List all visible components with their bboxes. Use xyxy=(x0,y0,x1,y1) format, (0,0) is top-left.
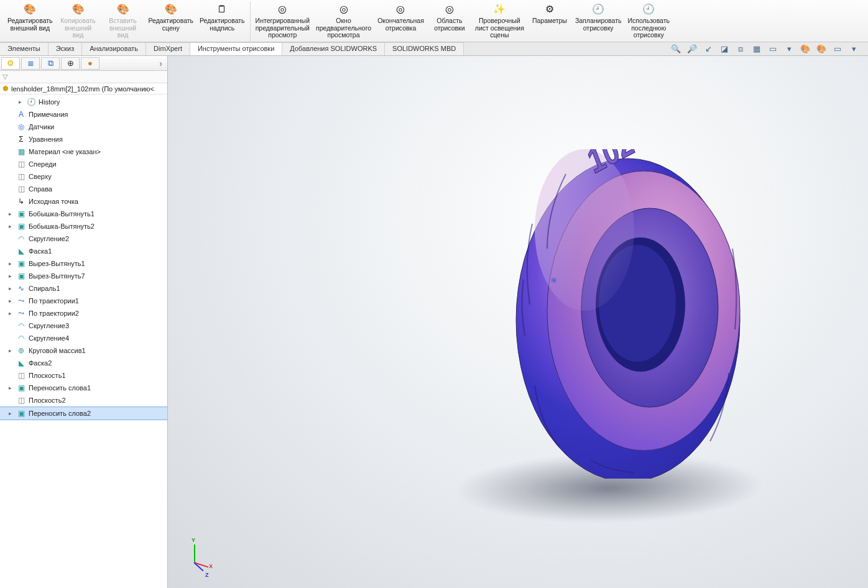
edit-scene-button[interactable]: 🎨Редактироватьсцену xyxy=(146,1,196,42)
tree-item[interactable]: ▸▣Переносить слова2 xyxy=(0,407,167,420)
preview-window-button[interactable]: ◎Окнопредварительногопросмотра xyxy=(313,1,374,42)
feature-icon: ◫ xyxy=(16,184,26,194)
edit-appearance-button[interactable]: 🎨Редактироватьвнешний вид xyxy=(5,1,55,42)
tab-render-tools[interactable]: Инструменты отрисовки xyxy=(190,42,282,55)
tree-item[interactable]: ▸▣Вырез-Вытянуть7 xyxy=(0,270,167,282)
manager-tab-config-manager[interactable]: ⧉ xyxy=(41,57,60,70)
tab-sketch[interactable]: Эскиз xyxy=(48,42,82,55)
integrated-preview-button[interactable]: ◎Интегрированныйпредварительныйпросмотр xyxy=(253,1,312,42)
tree-item[interactable]: ▸∿Спираль1 xyxy=(0,282,167,295)
tree-item[interactable]: ◠Скругление2 xyxy=(0,232,167,245)
tree-item[interactable]: ◠Скругление4 xyxy=(0,332,167,344)
axis-z-label: Z xyxy=(205,572,209,578)
feature-icon: ◠ xyxy=(16,321,26,331)
expand-arrow-icon[interactable]: ▸ xyxy=(19,99,24,105)
tree-item[interactable]: ◫Плоскость2 xyxy=(0,394,167,407)
feature-label: Круговой массив1 xyxy=(29,347,86,354)
feature-label: Справа xyxy=(29,185,52,193)
feature-label: Спереди xyxy=(29,160,57,168)
feature-icon: ◣ xyxy=(16,246,26,256)
feature-label: По траектории1 xyxy=(29,297,79,305)
main-content: ⚙≣⧉⊕●› ▽ ⬢ lensholder_18mm[2]_102mm (По … xyxy=(0,56,868,588)
feature-icon: 🕘 xyxy=(26,97,36,107)
zoom-fit-icon[interactable]: 🔍 xyxy=(670,44,681,55)
view-orient-icon[interactable]: ⧈ xyxy=(735,44,746,55)
paste-appearance-button: 🎨Вставитьвнешнийвид xyxy=(101,1,145,42)
tree-item[interactable]: ▸⤳По траектории1 xyxy=(0,295,167,307)
tab-evaluate[interactable]: Анализировать xyxy=(82,42,146,55)
sep1-icon[interactable]: ▾ xyxy=(783,44,795,55)
tree-item[interactable]: ▦Материал <не указан> xyxy=(0,145,167,158)
expand-arrow-icon[interactable]: ▸ xyxy=(9,285,14,292)
tree-item[interactable]: ◫Плоскость1 xyxy=(0,369,167,382)
feature-icon: ◫ xyxy=(16,172,26,181)
tree-item[interactable]: ◫Справа xyxy=(0,183,167,195)
tree-item[interactable]: ▸⊛Круговой массив1 xyxy=(0,344,167,357)
tree-item[interactable]: ▸▣Бобышка-Вытянуть2 xyxy=(0,220,167,232)
panel-expand-arrow[interactable]: › xyxy=(155,58,166,68)
expand-arrow-icon[interactable]: ▸ xyxy=(9,273,14,279)
options-button[interactable]: ⚙Параметры xyxy=(528,1,571,42)
expand-arrow-icon[interactable]: ▸ xyxy=(9,410,14,416)
feature-label: Скругление3 xyxy=(29,322,69,329)
expand-arrow-icon[interactable]: ▸ xyxy=(9,347,14,354)
tab-addins[interactable]: Добавления SOLIDWORKS xyxy=(282,42,385,55)
feature-tree-root[interactable]: ⬢ lensholder_18mm[2]_102mm (По умолчанию… xyxy=(0,83,167,94)
tree-item[interactable]: ↳Исходная точка xyxy=(0,195,167,208)
expand-arrow-icon[interactable]: ▸ xyxy=(9,385,14,391)
tree-item[interactable]: ◫Спереди xyxy=(0,158,167,170)
feature-label: Фаска2 xyxy=(29,359,52,367)
expand-arrow-icon[interactable]: ▸ xyxy=(9,260,14,267)
view-triad[interactable]: Y X Z xyxy=(180,538,211,576)
feature-label: Сверху xyxy=(29,173,52,180)
expand-arrow-icon[interactable]: ▸ xyxy=(9,310,14,316)
section-icon[interactable]: ◪ xyxy=(719,44,730,55)
apply-scene-icon[interactable]: 🎨 xyxy=(816,44,827,55)
tree-item[interactable]: ▸▣Переносить слова1 xyxy=(0,382,167,394)
expand-arrow-icon[interactable]: ▸ xyxy=(9,211,14,217)
display-style-icon[interactable]: ▦ xyxy=(751,44,762,55)
hide-show-icon[interactable]: ▭ xyxy=(767,44,778,55)
tree-item[interactable]: ◠Скругление3 xyxy=(0,319,167,332)
edit-appearance-icon: 🎨 xyxy=(23,2,37,16)
tab-features[interactable]: Элементы xyxy=(0,42,48,55)
edit-appearance-icon[interactable]: 🎨 xyxy=(800,44,811,55)
tree-item[interactable]: ◫Сверху xyxy=(0,170,167,183)
final-render-button[interactable]: ◎Окончательнаяотрисовка xyxy=(375,1,427,42)
prev-view-icon[interactable]: ↙ xyxy=(703,44,714,55)
tree-item[interactable]: ◣Фаска1 xyxy=(0,245,167,257)
tree-item[interactable]: ◎Датчики xyxy=(0,121,167,133)
render-region-button[interactable]: ◎Областьотрисовки xyxy=(428,1,471,42)
model-3d: 102 xyxy=(510,149,746,479)
manager-tab-property-manager[interactable]: ≣ xyxy=(21,57,40,70)
view-settings-icon[interactable]: ▭ xyxy=(832,44,843,55)
schedule-render-button[interactable]: 🕘Запланироватьотрисовку xyxy=(573,1,624,42)
tab-mbd[interactable]: SOLIDWORKS MBD xyxy=(385,42,464,55)
use-last-render-button[interactable]: 🕘Использоватьпоследнююотрисовку xyxy=(625,1,672,42)
ribbon-group: 🎨Редактироватьвнешний вид🎨Копироватьвнеш… xyxy=(2,1,251,42)
light-check-button[interactable]: ✨Проверочныйлист освещениясцены xyxy=(473,1,527,42)
manager-tab-feature-manager[interactable]: ⚙ xyxy=(1,57,20,70)
zoom-area-icon[interactable]: 🔎 xyxy=(686,44,698,55)
svg-point-5 xyxy=(535,149,634,311)
tree-item[interactable]: ▸🕘History xyxy=(0,96,167,108)
expand-arrow-icon[interactable]: ▸ xyxy=(9,223,14,229)
tree-item[interactable]: ▸▣Вырез-Вытянуть1 xyxy=(0,257,167,270)
feature-manager-panel: ⚙≣⧉⊕●› ▽ ⬢ lensholder_18mm[2]_102mm (По … xyxy=(0,56,168,588)
tree-item[interactable]: ▸▣Бобышка-Вытянуть1 xyxy=(0,208,167,220)
feature-label: Переносить слова2 xyxy=(29,410,91,417)
expand-arrow-icon[interactable]: ▸ xyxy=(9,298,14,304)
tree-item[interactable]: ◣Фаска2 xyxy=(0,357,167,369)
tree-item[interactable]: ▸⤳По траектории2 xyxy=(0,307,167,319)
edit-decal-button[interactable]: 🗒Редактироватьнадпись xyxy=(197,1,247,42)
feature-label: Вырез-Вытянуть1 xyxy=(29,260,85,267)
manager-tab-dimxpert-manager[interactable]: ⊕ xyxy=(61,57,80,70)
tree-item[interactable]: AПримечания xyxy=(0,108,167,121)
manager-tab-display-manager[interactable]: ● xyxy=(81,57,99,70)
sep2-icon[interactable]: ▾ xyxy=(848,44,859,55)
feature-filter[interactable]: ▽ xyxy=(0,71,167,83)
tree-item[interactable]: ΣУравнения xyxy=(0,133,167,145)
tab-dimxpert[interactable]: DimXpert xyxy=(146,42,190,55)
graphics-viewport[interactable]: 102 ✳ Y X Z xyxy=(168,56,868,588)
feature-label: Скругление2 xyxy=(29,235,69,242)
